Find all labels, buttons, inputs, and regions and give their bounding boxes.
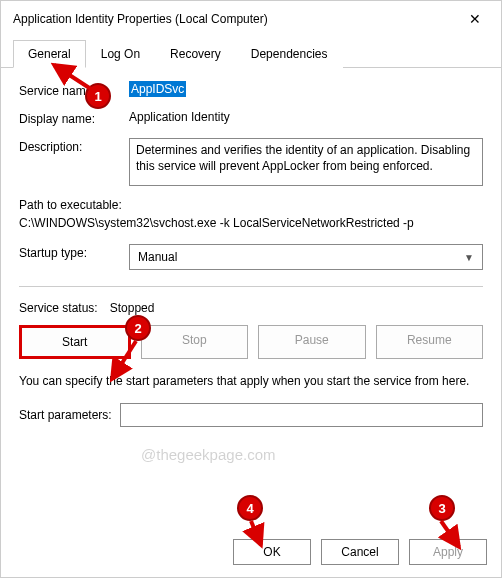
start-params-hint: You can specify the start parameters tha… [19, 373, 483, 389]
ok-button[interactable]: OK [233, 539, 311, 565]
description-value: Determines and verifies the identity of … [129, 138, 483, 186]
display-name-label: Display name: [19, 110, 129, 126]
tab-label: Dependencies [251, 47, 328, 61]
service-status-value: Stopped [110, 301, 155, 315]
tab-general[interactable]: General [13, 40, 86, 68]
start-params-input[interactable] [120, 403, 483, 427]
path-value: C:\WINDOWS\system32\svchost.exe -k Local… [19, 216, 483, 230]
tab-label: Log On [101, 47, 140, 61]
service-name-label: Service name: [19, 82, 129, 98]
tab-logon[interactable]: Log On [86, 40, 155, 68]
startup-type-dropdown[interactable]: Manual ▼ [129, 244, 483, 270]
annotation-badge-3: 3 [429, 495, 455, 521]
pause-button: Pause [258, 325, 366, 359]
tab-recovery[interactable]: Recovery [155, 40, 236, 68]
service-status-label: Service status: [19, 301, 98, 315]
tab-label: General [28, 47, 71, 61]
start-button[interactable]: Start [19, 325, 131, 359]
stop-button: Stop [141, 325, 249, 359]
tab-label: Recovery [170, 47, 221, 61]
resume-button: Resume [376, 325, 484, 359]
tab-strip: General Log On Recovery Dependencies [1, 39, 501, 68]
annotation-badge-4: 4 [237, 495, 263, 521]
description-label: Description: [19, 138, 129, 154]
cancel-button[interactable]: Cancel [321, 539, 399, 565]
display-name-value: Application Identity [129, 110, 483, 124]
divider [19, 286, 483, 287]
startup-type-value: Manual [138, 250, 177, 264]
apply-button: Apply [409, 539, 487, 565]
service-name-value: AppIDSvc [129, 81, 186, 97]
path-label: Path to executable: [19, 198, 483, 212]
window-title: Application Identity Properties (Local C… [13, 12, 268, 26]
chevron-down-icon: ▼ [464, 252, 474, 263]
watermark: @thegeekpage.com [141, 446, 275, 463]
close-icon[interactable]: ✕ [461, 9, 489, 29]
tab-dependencies[interactable]: Dependencies [236, 40, 343, 68]
start-params-label: Start parameters: [19, 408, 112, 422]
startup-type-label: Startup type: [19, 244, 129, 260]
